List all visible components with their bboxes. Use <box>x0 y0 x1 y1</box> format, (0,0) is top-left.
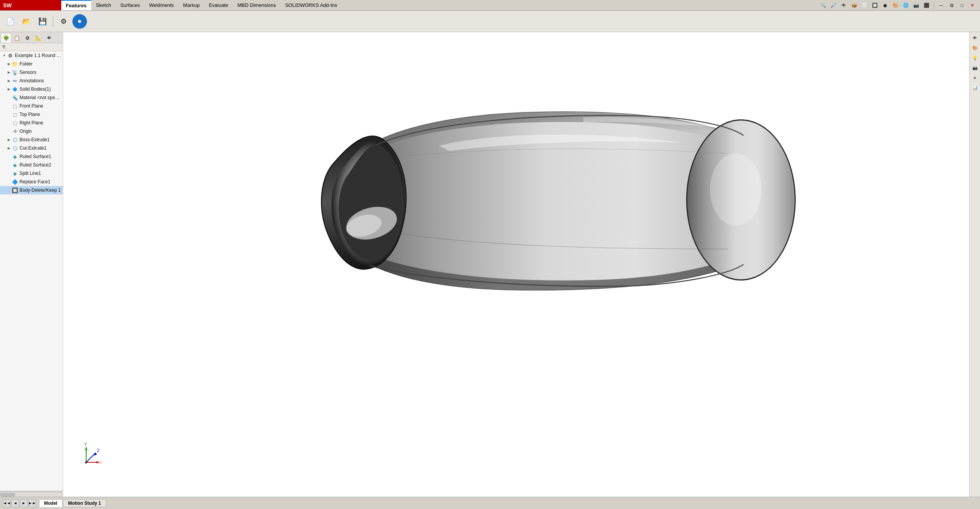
status-bar: ◄◄ ◄ ► ►► Model Motion Study 1 <box>0 497 980 509</box>
menu-evaluate[interactable]: Evaluate <box>204 0 233 10</box>
tree-item-split-line1[interactable]: ▶ ◈ Split Line1 <box>0 169 63 178</box>
property-manager-tab[interactable]: 📋 <box>11 33 22 43</box>
window-maximize-icon[interactable]: □ <box>957 1 967 10</box>
tree-item-annotations-label: Annotations <box>20 78 44 83</box>
open-button[interactable]: 📂 <box>19 14 34 29</box>
tree-item-material[interactable]: ▶ 🔩 Material <not specified> <box>0 93 63 102</box>
tree-item-front-plane[interactable]: ▶ ◻ Front Plane <box>0 102 63 110</box>
annotations-icon: ✏ <box>11 77 18 84</box>
nav-last-button[interactable]: ►► <box>28 499 36 507</box>
expand-folder: ▶ <box>6 61 11 67</box>
svg-point-14 <box>85 461 87 463</box>
ruled-surface1-icon: ◈ <box>11 153 18 160</box>
save-button[interactable]: 💾 <box>35 14 50 29</box>
nav-next-button[interactable]: ► <box>20 499 28 507</box>
camera-icon[interactable]: 📷 <box>911 1 921 10</box>
scene-lights-button[interactable]: 💡 <box>971 54 979 62</box>
feature-tree: ▼ ⚙ Example 1.1 Round Stainless ▶ 📁 Fold… <box>0 51 63 491</box>
config-manager-tab[interactable]: ⚙ <box>22 33 33 43</box>
nav-prev-button[interactable]: ◄ <box>11 499 19 507</box>
feature-tree-sidebar: 🌳 📋 ⚙ 📐 👁 ⚗ ▼ ⚙ Example 1.1 Round Stainl… <box>0 32 63 497</box>
appearance-icon[interactable]: 🎨 <box>891 1 900 10</box>
dim-xpert-tab[interactable]: 📐 <box>33 33 44 43</box>
split-line1-icon: ◈ <box>11 170 18 177</box>
tree-item-right-plane-label: Right Plane <box>20 120 43 126</box>
tree-item-folder-label: Folder <box>20 61 33 67</box>
replace-face1-icon: 🔷 <box>11 178 18 185</box>
motion-study-tab[interactable]: Motion Study 1 <box>63 499 106 507</box>
axes-svg: Z X Y <box>71 439 101 470</box>
tree-item-solid-bodies[interactable]: ▶ 🔷 Solid Bodies(1) <box>0 85 63 93</box>
menu-markup[interactable]: Markup <box>178 0 204 10</box>
view-previous-icon[interactable]: 👁 <box>839 1 848 10</box>
rebuild-button[interactable]: ⚙ <box>56 14 71 29</box>
feature-manager-tab[interactable]: 🌳 <box>1 33 11 43</box>
new-button[interactable]: 📄 <box>3 14 18 29</box>
inspect-button[interactable]: 📊 <box>971 83 979 92</box>
boss-extrude1-icon: ⬡ <box>11 136 18 143</box>
tree-item-material-label: Material <not specified> <box>20 95 61 100</box>
tree-item-boss-extrude1[interactable]: ▶ ⬡ Boss-Extrude1 <box>0 135 63 144</box>
svg-point-1 <box>710 153 762 226</box>
cameras-button[interactable]: 📷 <box>971 64 979 72</box>
menu-mbd[interactable]: MBD Dimensions <box>233 0 280 10</box>
tree-item-origin[interactable]: ▶ ✛ Origin <box>0 127 63 135</box>
front-plane-icon: ◻ <box>11 103 18 109</box>
layers-button[interactable]: ≡ <box>971 73 979 82</box>
sensors-icon: 📡 <box>11 69 18 76</box>
tree-item-root-label: Example 1.1 Round Stainless <box>15 53 61 58</box>
sidebar-tab-bar: 🌳 📋 ⚙ 📐 👁 <box>0 32 63 43</box>
menu-addins[interactable]: SOLIDWORKS Add-Ins <box>280 0 342 10</box>
tree-item-folder[interactable]: ▶ 📁 Folder <box>0 60 63 68</box>
display-manager-tab[interactable]: 👁 <box>44 33 54 43</box>
window-close-icon[interactable]: ✕ <box>968 1 977 10</box>
menu-surfaces[interactable]: Surfaces <box>116 0 144 10</box>
capture-view-icon[interactable]: ⬛ <box>922 1 931 10</box>
tree-item-cut-extrude1-label: Cut-Extrude1 <box>20 145 47 151</box>
search-icon[interactable]: 🔍 <box>818 1 828 10</box>
expand-annotations: ▶ <box>6 78 11 83</box>
tree-item-annotations[interactable]: ▶ ✏ Annotations <box>0 77 63 85</box>
tree-item-root[interactable]: ▼ ⚙ Example 1.1 Round Stainless <box>0 51 63 60</box>
3d-model-svg <box>63 32 969 497</box>
coordinate-axes: Z X Y <box>71 439 101 470</box>
display-style-icon[interactable]: 📦 <box>849 1 859 10</box>
appearances-button[interactable]: 🎨 <box>971 44 979 52</box>
tree-item-replace-face1[interactable]: ▶ 🔷 Replace Face1 <box>0 178 63 186</box>
tree-item-body-delete[interactable]: ▶ 🔲 Body-Delete/Keep 1 <box>0 186 63 194</box>
model-tab[interactable]: Model <box>39 499 62 507</box>
expand-boss-extrude1: ▶ <box>6 137 11 142</box>
display-manager-button[interactable]: 👁 <box>971 34 979 42</box>
origin-icon: ✛ <box>11 128 18 135</box>
filter-icon: ⚗ <box>2 44 6 50</box>
menu-weldments[interactable]: Weldments <box>144 0 178 10</box>
3d-viewport[interactable]: Z X Y <box>63 32 969 497</box>
sidebar-scrollbar[interactable] <box>0 492 63 497</box>
tree-item-top-plane-label: Top Plane <box>20 112 40 117</box>
window-restore-icon[interactable]: ⧉ <box>947 1 956 10</box>
window-minimize-icon[interactable]: ─ <box>937 1 946 10</box>
main-toolbar: 📄 📂 💾 ⚙ ● <box>0 11 980 32</box>
view-box-icon[interactable]: ⬜ <box>860 1 869 10</box>
nav-first-button[interactable]: ◄◄ <box>3 499 11 507</box>
view-triad-icon[interactable]: 🔲 <box>870 1 879 10</box>
tree-item-origin-label: Origin <box>20 129 32 134</box>
svg-marker-12 <box>85 447 87 450</box>
menu-features[interactable]: Features <box>61 0 91 10</box>
menu-bar: SW Features Sketch Surfaces Weldments Ma… <box>0 0 980 11</box>
zoom-search-icon[interactable]: 🔎 <box>829 1 838 10</box>
tree-item-cut-extrude1[interactable]: ▶ ⬡ Cut-Extrude1 <box>0 144 63 152</box>
tree-item-ruled-surface2[interactable]: ▶ ◈ Ruled Surface2 <box>0 161 63 169</box>
tree-item-right-plane[interactable]: ▶ ◻ Right Plane <box>0 119 63 127</box>
hide-show-icon[interactable]: ◉ <box>880 1 890 10</box>
scene-icon[interactable]: 🌐 <box>901 1 910 10</box>
tree-item-ruled-surface1-label: Ruled Surface1 <box>20 154 51 159</box>
tree-item-solid-bodies-label: Solid Bodies(1) <box>20 86 51 92</box>
tree-item-ruled-surface1[interactable]: ▶ ◈ Ruled Surface1 <box>0 152 63 161</box>
expand-solid-bodies: ▶ <box>6 86 11 92</box>
cut-extrude1-icon: ⬡ <box>11 145 18 152</box>
tree-item-sensors[interactable]: ▶ 📡 Sensors <box>0 68 63 77</box>
menu-sketch[interactable]: Sketch <box>91 0 116 10</box>
tree-item-top-plane[interactable]: ▶ ◻ Top Plane <box>0 110 63 119</box>
options-button[interactable]: ● <box>72 14 87 29</box>
